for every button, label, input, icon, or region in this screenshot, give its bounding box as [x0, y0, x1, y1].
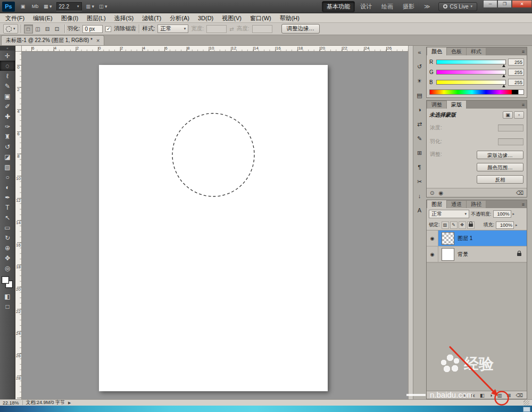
- 3d-rotate-tool[interactable]: ↻: [0, 233, 15, 243]
- add-layer-mask-icon[interactable]: ◧: [480, 392, 485, 398]
- navigator-panel-icon[interactable]: ✎: [415, 134, 425, 143]
- crop-tool[interactable]: ▣: [0, 91, 15, 101]
- layers-panel-tab-3[interactable]: 路径: [467, 201, 486, 208]
- adjustments-panel-icon[interactable]: ☀: [415, 76, 425, 86]
- lock-pixels-icon[interactable]: ✎: [450, 221, 458, 229]
- arrange-documents-icon[interactable]: ▥ ▾: [85, 2, 96, 11]
- channel-slider[interactable]: [436, 60, 506, 64]
- type-tool[interactable]: T: [0, 202, 15, 212]
- workspace-button[interactable]: 设计: [356, 2, 376, 12]
- layer-effects-icon[interactable]: fx: [471, 392, 475, 398]
- menu-item[interactable]: 图像(I): [57, 13, 82, 23]
- 3d-orbit-tool[interactable]: ⊕: [0, 243, 15, 253]
- canvas[interactable]: [22, 52, 408, 399]
- menu-item[interactable]: 编辑(E): [29, 13, 57, 23]
- ruler-origin[interactable]: [15, 46, 22, 52]
- menu-item[interactable]: 分析(A): [165, 13, 194, 23]
- link-layers-icon[interactable]: ∞: [463, 392, 467, 398]
- status-menu-icon[interactable]: ▶: [68, 401, 71, 405]
- intersect-selection-mode-icon[interactable]: ⊡: [53, 24, 62, 34]
- eraser-tool[interactable]: ◪: [0, 152, 15, 162]
- close-button[interactable]: ✕: [512, 0, 532, 8]
- vertical-scrollbar[interactable]: [408, 46, 413, 399]
- quick-selection-tool[interactable]: ✎: [0, 81, 15, 91]
- workspace-button[interactable]: 摄影: [398, 2, 419, 12]
- new-adjustment-layer-icon[interactable]: ◑: [489, 392, 493, 398]
- color-panel-tab-3[interactable]: 样式: [467, 48, 486, 55]
- shape-tool[interactable]: ▭: [0, 223, 15, 233]
- new-layer-icon[interactable]: ⊞: [507, 392, 511, 398]
- antialias-checkbox[interactable]: ✓: [105, 26, 111, 32]
- mask-edge-button[interactable]: 蒙版边缘…: [477, 151, 523, 159]
- history-brush-tool[interactable]: ↺: [0, 142, 15, 152]
- launch-bridge-icon[interactable]: ▣: [18, 2, 28, 11]
- layers-panel-tab-1[interactable]: 图层: [427, 200, 447, 208]
- launch-mini-bridge-icon[interactable]: Mb: [30, 2, 40, 11]
- feather-input[interactable]: 0 px: [82, 25, 103, 33]
- dodge-tool[interactable]: ◐: [0, 182, 15, 192]
- paragraph-panel-icon[interactable]: ¶: [415, 162, 425, 172]
- subtract-selection-mode-icon[interactable]: ⊟: [43, 24, 52, 34]
- swatches-panel-icon[interactable]: ↓: [415, 191, 425, 201]
- style-select[interactable]: 正常 ▾: [157, 24, 188, 33]
- tool-presets-panel-icon[interactable]: ✂: [415, 177, 425, 186]
- channel-value-input[interactable]: 255: [508, 79, 524, 86]
- photoshop-logo-icon[interactable]: Ps: [2, 2, 15, 12]
- add-vector-mask-icon[interactable]: ▫: [514, 111, 524, 119]
- channel-slider[interactable]: [436, 80, 506, 85]
- masks-panel-tab-2[interactable]: 蒙版: [447, 101, 467, 109]
- refine-edge-button[interactable]: 调整边缘…: [281, 24, 320, 34]
- menu-item[interactable]: 图层(L): [82, 13, 110, 23]
- pen-tool[interactable]: ✒: [0, 192, 15, 202]
- eyedropper-tool[interactable]: ✐: [0, 101, 15, 111]
- slider-marker-icon[interactable]: [502, 64, 505, 67]
- fill-input[interactable]: 100%: [496, 221, 514, 229]
- new-selection-mode-icon[interactable]: □: [24, 24, 33, 34]
- slider-marker-icon[interactable]: [502, 85, 505, 87]
- zoom-level-control[interactable]: 22.2 ▾: [56, 2, 82, 11]
- menu-item[interactable]: 滤镜(T): [138, 13, 165, 23]
- panel-menu-icon[interactable]: ≡: [522, 102, 525, 108]
- menu-item[interactable]: 窗口(W): [246, 13, 276, 23]
- clone-source-panel-icon[interactable]: ⊞: [415, 148, 425, 158]
- minimize-button[interactable]: ─: [483, 0, 497, 8]
- slider-marker-icon[interactable]: [502, 75, 505, 77]
- new-group-icon[interactable]: ▥: [497, 392, 502, 398]
- color-spectrum-ramp[interactable]: [429, 89, 524, 95]
- brush-tool[interactable]: ✑: [0, 121, 15, 131]
- histogram-panel-icon[interactable]: ⇄: [415, 119, 425, 129]
- color-panel-tab-1[interactable]: 颜色: [427, 47, 447, 55]
- resize-grip[interactable]: [523, 400, 529, 406]
- status-zoom-input[interactable]: 22.18%: [3, 400, 19, 406]
- menu-item[interactable]: 文件(F): [1, 13, 29, 23]
- restore-button[interactable]: ❐: [497, 0, 512, 8]
- lock-all-icon[interactable]: [467, 221, 475, 229]
- eye-icon[interactable]: ◉: [430, 236, 435, 241]
- menu-item[interactable]: 3D(D): [194, 13, 218, 23]
- lock-position-icon[interactable]: ✥: [459, 221, 466, 229]
- tool-preset-picker[interactable]: ▾: [3, 24, 18, 34]
- elliptical-marquee-tool[interactable]: ◌: [0, 61, 15, 71]
- menu-item[interactable]: 帮助(H): [276, 13, 304, 23]
- history-panel-icon[interactable]: ↺: [415, 62, 425, 71]
- zoom-tool[interactable]: ◎: [0, 263, 15, 273]
- view-extras-icon[interactable]: ▦ ▾: [42, 2, 54, 11]
- info-panel-icon[interactable]: ◑: [415, 105, 425, 114]
- document-tab[interactable]: 未标题-1 @ 22.2% (图层 1, RGB/8) * ×: [1, 35, 104, 45]
- foreground-color-swatch[interactable]: [2, 276, 9, 284]
- screen-mode-icon[interactable]: ◫ ▾: [97, 2, 109, 11]
- add-selection-mode-icon[interactable]: ◫: [34, 24, 43, 34]
- quick-mask-button[interactable]: ◧: [0, 291, 15, 301]
- move-tool[interactable]: ✛: [0, 51, 15, 61]
- workspace-button[interactable]: 基本功能: [322, 1, 355, 12]
- spot-healing-brush-tool[interactable]: ✚: [0, 111, 15, 121]
- mask-from-selection-icon[interactable]: ⊙: [430, 190, 434, 196]
- channel-value-input[interactable]: 255: [508, 59, 524, 65]
- menu-item[interactable]: 选择(S): [110, 13, 138, 23]
- hand-tool[interactable]: ✥: [0, 253, 15, 263]
- masks-panel-tab-1[interactable]: 调整: [427, 101, 447, 109]
- channel-value-input[interactable]: 255: [508, 69, 524, 76]
- document-page[interactable]: [99, 65, 328, 391]
- close-icon[interactable]: ×: [96, 37, 99, 44]
- add-pixel-mask-icon[interactable]: ▣: [503, 111, 513, 119]
